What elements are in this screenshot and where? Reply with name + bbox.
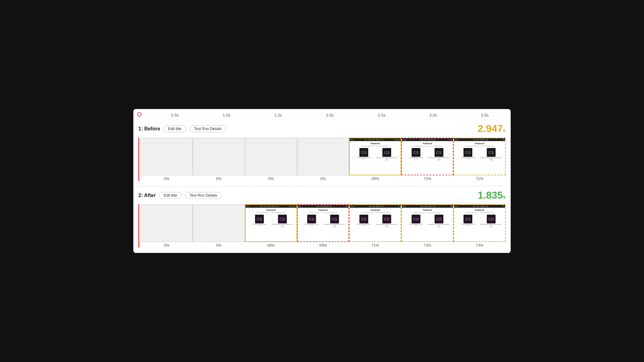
frame-col-before-6: HomeShirtsFittedWebPerfHats🔍FeaturedOur …: [453, 138, 506, 181]
frame-thumb-after-3[interactable]: HomeShirtsFittedWebPerfHats🔍FeaturedOur …: [297, 204, 349, 242]
svg-text:CS: CS: [436, 151, 442, 155]
frame-pct-before-6: 71%: [476, 177, 483, 181]
svg-text:CS: CS: [488, 151, 494, 155]
frame-thumb-before-3[interactable]: [297, 138, 349, 175]
svg-text:CS: CS: [309, 217, 314, 222]
frame-col-before-3: 0%: [297, 138, 349, 181]
frame-col-after-6: HomeShirtsFittedWebPerfHats🔍FeaturedOur …: [453, 204, 506, 248]
metric-badge-before: 2.947s: [478, 123, 506, 134]
section-title-before: 1: Before: [138, 126, 160, 132]
frame-thumb-before-1[interactable]: [193, 138, 245, 175]
tick-0.5s: 0.5s: [153, 113, 197, 118]
svg-text:CS: CS: [361, 151, 367, 155]
svg-text:CS: CS: [465, 217, 471, 222]
section-after: 2: AfterEdit titleTest Run Details1.835s…: [133, 186, 511, 253]
tick-1.5s: 1.5s: [256, 113, 300, 118]
frame-pct-after-3: 69%: [319, 243, 327, 248]
frame-thumb-before-6[interactable]: HomeShirtsFittedWebPerfHats🔍FeaturedOur …: [453, 138, 506, 175]
svg-text:CS: CS: [361, 217, 367, 222]
svg-text:CS: CS: [465, 151, 471, 155]
svg-text:CS: CS: [488, 217, 494, 222]
frame-pct-before-5: 71%: [424, 177, 431, 181]
frame-thumb-after-1[interactable]: [193, 204, 245, 242]
frame-thumb-after-0[interactable]: [141, 204, 193, 242]
section-header-before: 1: BeforeEdit titleTest Run Details2.947…: [138, 123, 506, 134]
frame-pct-after-2: 49%: [267, 243, 275, 248]
frame-col-after-1: 0%: [193, 204, 245, 248]
frame-thumb-before-0[interactable]: [141, 138, 193, 175]
section-header-after: 2: AfterEdit titleTest Run Details1.835s: [138, 189, 506, 201]
frame-col-before-0: 0%: [141, 138, 193, 181]
frame-col-before-1: 0%: [193, 138, 245, 181]
frame-pct-before-0: 0%: [164, 177, 169, 181]
filmstrip-before: 0%0%0%0%MenuHomeShirtsFittedWebPerfHats🔍…: [138, 138, 506, 181]
tick-1.0s: 1.0s: [204, 113, 248, 118]
tick-3.0s: 3.0s: [411, 113, 455, 118]
svg-text:CS: CS: [413, 217, 419, 222]
frame-thumb-before-2[interactable]: [245, 138, 297, 175]
timeline-header: 0.5s1.0s1.5s2.0s2.5s3.0s3.5s: [133, 109, 511, 120]
frame-thumb-after-2[interactable]: MenuHomeShirtsFittedWebPerfHats🔍 SearchF…: [245, 204, 297, 242]
timeline-marker: [137, 112, 142, 117]
frame-col-after-2: MenuHomeShirtsFittedWebPerfHats🔍 SearchF…: [245, 204, 297, 248]
frame-pct-before-4: 49%: [371, 177, 379, 181]
svg-text:CS: CS: [384, 151, 390, 155]
svg-text:CS: CS: [332, 217, 337, 222]
test-run-button-before[interactable]: Test Run Details: [189, 125, 226, 132]
frame-pct-after-6: 74%: [476, 243, 483, 248]
frame-col-before-5: HomeShirtsFittedWebPerfHats🔍 SFeaturedOu…: [401, 138, 453, 181]
main-container: 0.5s1.0s1.5s2.0s2.5s3.0s3.5s 1: BeforeEd…: [133, 109, 511, 253]
frame-thumb-before-5[interactable]: HomeShirtsFittedWebPerfHats🔍 SFeaturedOu…: [401, 138, 453, 175]
metric-badge-after: 1.835s: [478, 189, 506, 201]
metric-unit: s: [503, 128, 506, 133]
frame-pct-after-4: 71%: [371, 243, 379, 248]
frame-col-before-4: MenuHomeShirtsFittedWebPerfHats🔍 SearchF…: [349, 138, 401, 181]
frame-pct-before-2: 0%: [268, 177, 274, 181]
section-before: 1: BeforeEdit titleTest Run Details2.947…: [133, 120, 511, 186]
frame-thumb-after-4[interactable]: HomeShirtsFittedWebPerfHats🔍FeaturedOur …: [349, 204, 401, 242]
tick-2.5s: 2.5s: [359, 113, 403, 118]
section-title-after: 2: After: [138, 193, 156, 198]
frame-pct-after-0: 0%: [164, 243, 169, 248]
svg-text:CS: CS: [280, 217, 286, 222]
frame-col-after-4: HomeShirtsFittedWebPerfHats🔍FeaturedOur …: [349, 204, 401, 248]
frame-pct-before-3: 0%: [320, 177, 326, 181]
tick-2.0s: 2.0s: [308, 113, 352, 118]
svg-text:CS: CS: [436, 217, 442, 222]
metric-unit: s: [503, 194, 506, 200]
frame-col-after-0: 0%: [141, 204, 193, 248]
frame-col-before-2: 0%: [245, 138, 297, 181]
timeline-ticks: 0.5s1.0s1.5s2.0s2.5s3.0s3.5s: [140, 113, 511, 118]
test-run-button-after[interactable]: Test Run Details: [185, 192, 222, 199]
frame-thumb-before-4[interactable]: MenuHomeShirtsFittedWebPerfHats🔍 SearchF…: [349, 138, 401, 175]
svg-text:CS: CS: [257, 217, 262, 222]
tick-3.5s: 3.5s: [463, 113, 507, 118]
timeline-bar-after: [138, 204, 139, 248]
frame-pct-before-1: 0%: [216, 177, 221, 181]
frame-col-after-5: HomeShirtsFittedWebPerfHats🔍FeaturedOur …: [401, 204, 453, 248]
frame-thumb-after-6[interactable]: HomeShirtsFittedWebPerfHats🔍FeaturedOur …: [453, 204, 506, 242]
filmstrip-after: 0%0%MenuHomeShirtsFittedWebPerfHats🔍 Sea…: [138, 204, 506, 248]
frame-pct-after-5: 74%: [424, 243, 431, 248]
svg-text:CS: CS: [384, 217, 390, 222]
frame-col-after-3: HomeShirtsFittedWebPerfHats🔍FeaturedOur …: [297, 204, 349, 248]
timeline-bar-before: [138, 138, 139, 181]
edit-title-button-before[interactable]: Edit title: [163, 125, 186, 132]
edit-title-button-after[interactable]: Edit title: [159, 192, 182, 199]
frame-thumb-after-5[interactable]: HomeShirtsFittedWebPerfHats🔍FeaturedOur …: [401, 204, 453, 242]
svg-text:CS: CS: [413, 151, 419, 155]
frame-pct-after-1: 0%: [216, 243, 221, 248]
